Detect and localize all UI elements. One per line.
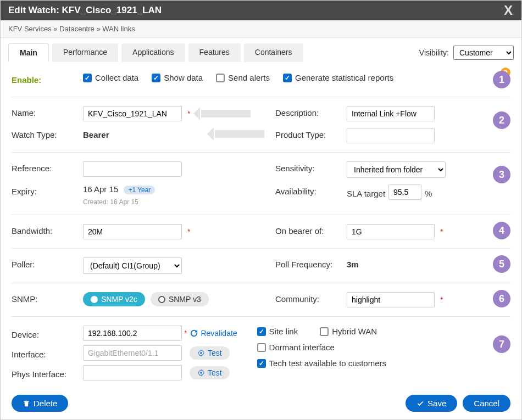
sla-prefix: SLA target xyxy=(347,187,385,198)
revalidate-button[interactable]: Revalidate xyxy=(187,327,240,340)
product-type-label: Product Type: xyxy=(275,128,347,139)
annotation-badge-7: 7 xyxy=(493,335,510,353)
dialog-title: Edit Watch: KFV_Cisco_1921_LAN xyxy=(8,5,162,16)
sensitivity-label: Sensitivity: xyxy=(275,161,347,173)
annotation-badge-1: 1 xyxy=(493,71,510,88)
tab-features[interactable]: Features xyxy=(188,43,241,62)
trash-icon xyxy=(23,400,30,407)
name-input[interactable] xyxy=(83,106,182,121)
reference-input[interactable] xyxy=(83,161,182,177)
annotation-badge-4: 4 xyxy=(493,222,510,239)
tab-performance[interactable]: Performance xyxy=(52,43,118,62)
watch-type-value: Bearer xyxy=(83,128,109,139)
checkbox-hybrid-wan[interactable]: Hybrid WAN xyxy=(320,327,377,336)
tab-main[interactable]: Main xyxy=(8,43,49,62)
delete-button[interactable]: Delete xyxy=(12,395,68,412)
checkbox-dormant-interface[interactable]: Dormant interface xyxy=(257,343,386,352)
enable-label: Enable: xyxy=(12,73,83,85)
watch-type-label: Watch Type: xyxy=(12,128,83,139)
interface-label: Interface: xyxy=(12,348,83,359)
poll-frequency-value: 3m xyxy=(347,257,359,269)
bandwidth-label: Bandwidth: xyxy=(12,224,83,236)
created-text: Created: 16 Apr 15 xyxy=(83,198,138,206)
phys-interface-label: Phys Interface: xyxy=(12,367,83,379)
expiry-value: 16 Apr 15 xyxy=(83,182,118,194)
poller-label: Poller: xyxy=(12,257,83,269)
expiry-label: Expiry: xyxy=(12,184,83,196)
checkbox-collect-data[interactable]: Collect data xyxy=(83,73,138,82)
checkbox-tech-test[interactable]: Tech test available to customers xyxy=(257,359,386,368)
poller-select[interactable]: (Default) CI1(Group) xyxy=(83,257,182,274)
bandwidth-input[interactable] xyxy=(83,224,182,239)
onbearer-label: On bearer of: xyxy=(275,224,347,236)
sla-target-input[interactable] xyxy=(388,184,421,200)
plus-one-year-button[interactable]: +1 Year xyxy=(124,186,155,194)
close-icon[interactable]: X xyxy=(501,4,516,17)
onbearer-input[interactable] xyxy=(347,224,435,239)
sensitivity-select[interactable]: Inherited from folder xyxy=(347,161,446,178)
availability-label: Availability: xyxy=(275,184,347,196)
test-phys-button[interactable]: Test xyxy=(190,366,230,379)
device-label: Device: xyxy=(12,328,83,339)
refresh-icon xyxy=(190,329,198,337)
visibility-label: Visibility: xyxy=(419,48,449,57)
interface-input[interactable] xyxy=(83,345,182,361)
product-type-input[interactable] xyxy=(347,128,435,143)
description-input[interactable] xyxy=(347,106,435,121)
checkbox-send-alerts[interactable]: Send alerts xyxy=(216,73,270,82)
radio-icon xyxy=(91,296,98,303)
required-mark: * xyxy=(187,109,190,118)
checkbox-generate-reports[interactable]: Generate statistical reports xyxy=(283,73,393,82)
gear-icon xyxy=(197,369,205,377)
annotation-badge-5: 5 xyxy=(493,255,510,273)
arrow-icon xyxy=(201,110,251,117)
snmp-v3-toggle[interactable]: SNMP v3 xyxy=(151,292,209,306)
visibility-select[interactable]: Customer xyxy=(453,46,514,60)
community-input[interactable] xyxy=(347,292,435,307)
reference-label: Reference: xyxy=(12,161,83,173)
sla-suffix: % xyxy=(425,187,432,198)
device-input[interactable] xyxy=(83,326,182,341)
svg-point-1 xyxy=(200,372,202,374)
breadcrumb: KFV Services » Datacentre » WAN links xyxy=(1,20,521,38)
tab-containers[interactable]: Containers xyxy=(244,43,303,62)
snmp-label: SNMP: xyxy=(12,292,83,304)
test-interface-button[interactable]: Test xyxy=(190,346,230,360)
name-label: Name: xyxy=(12,106,83,117)
checkbox-show-data[interactable]: Show data xyxy=(152,73,203,82)
snmp-v2c-toggle[interactable]: SNMP v2c xyxy=(83,292,145,306)
radio-icon xyxy=(158,296,165,303)
phys-interface-input[interactable] xyxy=(83,365,182,380)
arrow-icon xyxy=(215,130,264,138)
check-icon xyxy=(417,400,424,407)
gear-icon xyxy=(197,349,205,357)
checkbox-site-link[interactable]: Site link xyxy=(257,327,298,336)
save-button[interactable]: Save xyxy=(406,395,457,412)
cancel-button[interactable]: Cancel xyxy=(463,395,510,412)
community-label: Community: xyxy=(275,292,347,304)
description-label: Description: xyxy=(275,106,347,117)
poll-frequency-label: Poll Frequency: xyxy=(275,257,347,269)
annotation-badge-6: 6 xyxy=(493,290,510,307)
svg-point-0 xyxy=(200,352,202,354)
tab-applications[interactable]: Applications xyxy=(121,43,185,62)
